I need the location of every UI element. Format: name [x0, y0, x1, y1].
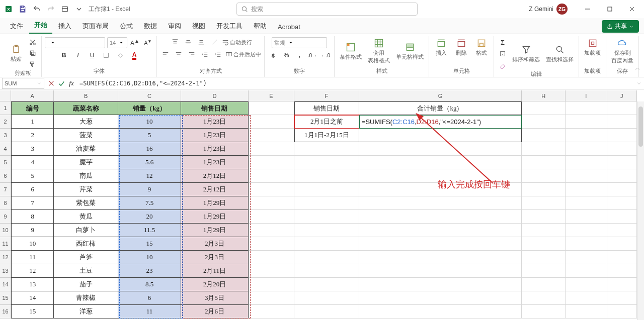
cell-styles-button[interactable]: 单元格样式: [394, 41, 426, 62]
cancel-formula-button[interactable]: [46, 78, 56, 89]
tab-dev[interactable]: 开发工具: [211, 19, 248, 34]
align-middle-button[interactable]: [183, 37, 194, 47]
tab-file[interactable]: 文件: [5, 19, 28, 34]
tab-layout[interactable]: 页面布局: [77, 19, 114, 34]
side-header-total[interactable]: 合计销量（kg）: [359, 101, 522, 115]
scrollbar-thumb[interactable]: [638, 106, 643, 147]
col-header-J[interactable]: J: [607, 90, 637, 101]
bold-button[interactable]: B: [58, 50, 69, 60]
find-select-button[interactable]: 查找和选择: [544, 44, 576, 64]
align-center-button[interactable]: [173, 49, 184, 59]
currency-button[interactable]: $: [268, 50, 279, 60]
header-qty[interactable]: 销量（kg）: [118, 101, 181, 115]
col-header-F[interactable]: F: [294, 90, 359, 101]
align-top-button[interactable]: [170, 37, 181, 47]
maximize-button[interactable]: [600, 2, 620, 16]
fill-color-button[interactable]: [115, 50, 126, 60]
col-header-C[interactable]: C: [118, 90, 181, 101]
cut-button[interactable]: [27, 37, 38, 47]
increase-indent-button[interactable]: [212, 49, 223, 59]
increase-font-button[interactable]: A▲: [129, 37, 140, 47]
undo-button[interactable]: [31, 4, 42, 15]
row-header-4[interactable]: 4: [0, 142, 11, 156]
row-header-7[interactable]: 7: [0, 183, 11, 196]
row-headers[interactable]: 12345678910111213141516: [0, 101, 11, 318]
user-account[interactable]: Z Gemini ZG: [529, 4, 568, 15]
conditional-format-button[interactable]: 条件格式: [338, 41, 364, 62]
merge-center-button[interactable]: 合并后居中: [225, 49, 261, 59]
row-header-1[interactable]: 1: [0, 101, 11, 115]
column-headers[interactable]: A B C D E F G H I J: [11, 90, 637, 101]
orientation-button[interactable]: [209, 37, 220, 47]
number-format-combo[interactable]: 常规: [272, 37, 327, 48]
qat-more-button[interactable]: [73, 4, 85, 15]
row-header-14[interactable]: 14: [0, 278, 11, 291]
share-button[interactable]: 共享: [602, 20, 639, 33]
minimize-button[interactable]: [578, 2, 598, 16]
fill-button[interactable]: [497, 49, 508, 59]
select-all-corner[interactable]: [0, 90, 11, 101]
close-button[interactable]: [622, 2, 642, 16]
col-header-B[interactable]: B: [54, 90, 118, 101]
redo-button[interactable]: [45, 4, 56, 15]
paste-button[interactable]: 粘贴: [7, 43, 25, 64]
row-header-12[interactable]: 12: [0, 251, 11, 264]
font-size-combo[interactable]: 14: [107, 37, 127, 48]
decrease-font-button[interactable]: A▼: [142, 37, 153, 47]
tab-help[interactable]: 帮助: [249, 19, 272, 34]
row-header-10[interactable]: 10: [0, 224, 11, 237]
vertical-scrollbar[interactable]: [637, 101, 644, 320]
row-header-15[interactable]: 15: [0, 291, 11, 305]
cell-grid[interactable]: 编号 蔬菜名称 销量（kg） 销售日期 销售日期 合计销量（kg） 1大葱101…: [11, 101, 637, 320]
row-header-6[interactable]: 6: [0, 169, 11, 183]
header-id[interactable]: 编号: [11, 101, 54, 115]
save-button[interactable]: [17, 4, 28, 15]
border-button[interactable]: [101, 50, 112, 60]
col-header-E[interactable]: E: [249, 90, 294, 101]
clear-button[interactable]: [497, 60, 508, 70]
row-header-9[interactable]: 9: [0, 210, 11, 224]
format-as-table-button[interactable]: 套用 表格格式: [366, 37, 392, 65]
tab-formulas[interactable]: 公式: [115, 19, 138, 34]
decrease-indent-button[interactable]: [199, 49, 210, 59]
wrap-text-button[interactable]: 自动换行: [222, 37, 252, 47]
side-header-date[interactable]: 销售日期: [294, 101, 359, 115]
underline-button[interactable]: U: [87, 50, 98, 60]
align-left-button[interactable]: [160, 49, 171, 59]
tab-home[interactable]: 开始: [29, 18, 52, 34]
col-header-D[interactable]: D: [181, 90, 249, 101]
decrease-decimal-button[interactable]: ←.0: [320, 50, 331, 60]
worksheet[interactable]: A B C D E F G H I J 12345678910111213141…: [0, 90, 644, 320]
insert-function-button[interactable]: fx: [66, 78, 76, 89]
formula-input[interactable]: =SUMIFS(C2:C16,D2:D16,"<=2024-2-1"): [76, 78, 634, 89]
search-box[interactable]: 搜索: [236, 3, 418, 16]
row-header-5[interactable]: 5: [0, 156, 11, 169]
header-name[interactable]: 蔬菜名称: [54, 101, 118, 115]
increase-decimal-button[interactable]: .0→: [307, 50, 318, 60]
formula-cell[interactable]: =SUMIFS(C2:C16,D2:D16,"<=2024-2-1"): [359, 115, 522, 129]
col-header-G[interactable]: G: [359, 90, 522, 101]
font-color-button[interactable]: A: [129, 50, 140, 60]
align-right-button[interactable]: [186, 49, 197, 59]
save-baidu-button[interactable]: 保存到 百度网盘: [609, 37, 635, 65]
name-box[interactable]: SUM: [2, 78, 44, 89]
sort-filter-button[interactable]: 排序和筛选: [510, 44, 542, 64]
row-header-2[interactable]: 2: [0, 115, 11, 129]
tab-data[interactable]: 数据: [139, 19, 162, 34]
tab-insert[interactable]: 插入: [53, 19, 76, 34]
row-header-16[interactable]: 16: [0, 305, 11, 318]
font-family-combo[interactable]: [45, 37, 105, 48]
qat-customize-button[interactable]: [59, 4, 70, 15]
tab-acrobat[interactable]: Acrobat: [273, 20, 305, 34]
insert-cells-button[interactable]: 插入: [432, 37, 450, 58]
tab-review[interactable]: 审阅: [163, 19, 186, 34]
percent-button[interactable]: %: [281, 50, 292, 60]
format-painter-button[interactable]: [27, 59, 38, 69]
align-bottom-button[interactable]: [196, 37, 207, 47]
row-header-13[interactable]: 13: [0, 264, 11, 278]
italic-button[interactable]: I: [72, 50, 84, 60]
row-header-11[interactable]: 11: [0, 237, 11, 251]
header-date[interactable]: 销售日期: [181, 101, 249, 115]
addins-button[interactable]: 加载项: [582, 37, 603, 58]
row-header-8[interactable]: 8: [0, 196, 11, 210]
